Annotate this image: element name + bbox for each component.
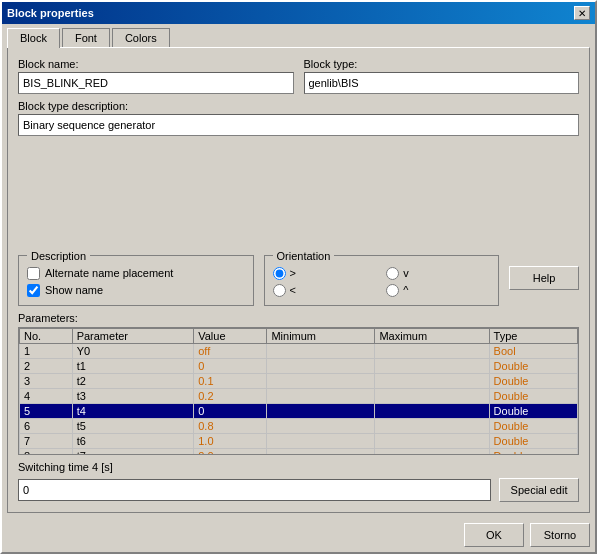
cell-parameter: t7 bbox=[72, 448, 194, 455]
orientation-options: > v < ^ bbox=[273, 267, 491, 297]
alternate-name-label: Alternate name placement bbox=[45, 267, 173, 279]
cell-no: 1 bbox=[20, 343, 73, 358]
cell-maximum bbox=[375, 373, 489, 388]
show-name-row[interactable]: Show name bbox=[27, 284, 245, 297]
cell-value: 0.1 bbox=[194, 373, 267, 388]
storno-button[interactable]: Storno bbox=[530, 523, 590, 547]
cell-parameter: t6 bbox=[72, 433, 194, 448]
switching-row: Special edit bbox=[18, 478, 579, 502]
table-row[interactable]: 2 t1 0 Double bbox=[20, 358, 578, 373]
cell-no: 6 bbox=[20, 418, 73, 433]
block-name-label: Block name: bbox=[18, 58, 294, 70]
cell-parameter: t1 bbox=[72, 358, 194, 373]
cell-minimum bbox=[267, 433, 375, 448]
table-row[interactable]: 4 t3 0.2 Double bbox=[20, 388, 578, 403]
switching-input[interactable] bbox=[18, 479, 491, 501]
title-bar: Block properties ✕ bbox=[2, 2, 595, 24]
cell-value: 0 bbox=[194, 358, 267, 373]
cell-no: 8 bbox=[20, 448, 73, 455]
cell-minimum bbox=[267, 448, 375, 455]
cell-type: Double bbox=[489, 418, 577, 433]
orientation-up-radio[interactable] bbox=[386, 284, 399, 297]
tab-bar: Block Font Colors bbox=[2, 24, 595, 47]
tab-font[interactable]: Font bbox=[62, 28, 110, 47]
cell-type: Double bbox=[489, 388, 577, 403]
cell-value: 0.2 bbox=[194, 388, 267, 403]
cell-value: 2.0 bbox=[194, 448, 267, 455]
cell-type: Double bbox=[489, 358, 577, 373]
table-row[interactable]: 6 t5 0.8 Double bbox=[20, 418, 578, 433]
orientation-right[interactable]: > bbox=[273, 267, 377, 280]
cell-no: 3 bbox=[20, 373, 73, 388]
orientation-down-radio[interactable] bbox=[386, 267, 399, 280]
table-row[interactable]: 5 t4 0 Double bbox=[20, 403, 578, 418]
col-no: No. bbox=[20, 328, 73, 343]
cell-no: 7 bbox=[20, 433, 73, 448]
parameters-table-wrapper[interactable]: No. Parameter Value Minimum Maximum Type… bbox=[18, 327, 579, 456]
cell-minimum bbox=[267, 343, 375, 358]
help-button[interactable]: Help bbox=[509, 266, 579, 290]
cell-type: Double bbox=[489, 373, 577, 388]
cell-maximum bbox=[375, 343, 489, 358]
cell-type: Double bbox=[489, 448, 577, 455]
cell-value: 1.0 bbox=[194, 433, 267, 448]
cell-minimum bbox=[267, 373, 375, 388]
show-name-label: Show name bbox=[45, 284, 103, 296]
cell-value: 0 bbox=[194, 403, 267, 418]
table-row[interactable]: 7 t6 1.0 Double bbox=[20, 433, 578, 448]
cell-minimum bbox=[267, 403, 375, 418]
col-maximum: Maximum bbox=[375, 328, 489, 343]
block-name-input[interactable] bbox=[18, 72, 294, 94]
cell-maximum bbox=[375, 403, 489, 418]
orientation-left-radio[interactable] bbox=[273, 284, 286, 297]
description-legend: Description bbox=[27, 250, 90, 262]
cell-type: Double bbox=[489, 433, 577, 448]
close-button[interactable]: ✕ bbox=[574, 6, 590, 20]
cell-parameter: t5 bbox=[72, 418, 194, 433]
block-type-group: Block type: bbox=[304, 58, 580, 94]
tab-colors[interactable]: Colors bbox=[112, 28, 170, 47]
orientation-left[interactable]: < bbox=[273, 284, 377, 297]
cell-parameter: t2 bbox=[72, 373, 194, 388]
cell-value: 0.8 bbox=[194, 418, 267, 433]
block-properties-dialog: Block properties ✕ Block Font Colors Blo… bbox=[0, 0, 597, 554]
cell-type: Bool bbox=[489, 343, 577, 358]
description-fieldset: Description Alternate name placement Sho… bbox=[18, 250, 254, 306]
ok-button[interactable]: OK bbox=[464, 523, 524, 547]
orientation-fieldset: Orientation > v < bbox=[264, 250, 500, 306]
orientation-legend: Orientation bbox=[273, 250, 335, 262]
cell-minimum bbox=[267, 388, 375, 403]
table-row[interactable]: 3 t2 0.1 Double bbox=[20, 373, 578, 388]
parameters-section: Parameters: No. Parameter Value Minimum … bbox=[18, 312, 579, 456]
block-name-group: Block name: bbox=[18, 58, 294, 94]
alternate-name-row[interactable]: Alternate name placement bbox=[27, 267, 245, 280]
col-minimum: Minimum bbox=[267, 328, 375, 343]
block-type-input[interactable] bbox=[304, 72, 580, 94]
special-edit-button[interactable]: Special edit bbox=[499, 478, 579, 502]
show-name-checkbox[interactable] bbox=[27, 284, 40, 297]
tab-content-block: Block name: Block type: Block type descr… bbox=[7, 47, 590, 513]
description-options: Alternate name placement Show name bbox=[27, 267, 245, 297]
table-row[interactable]: 1 Y0 off Bool bbox=[20, 343, 578, 358]
table-header-row: No. Parameter Value Minimum Maximum Type bbox=[20, 328, 578, 343]
orientation-down[interactable]: v bbox=[386, 267, 490, 280]
cell-value: off bbox=[194, 343, 267, 358]
cell-no: 4 bbox=[20, 388, 73, 403]
fieldsets-row: Description Alternate name placement Sho… bbox=[18, 250, 499, 306]
cell-no: 5 bbox=[20, 403, 73, 418]
col-type: Type bbox=[489, 328, 577, 343]
block-desc-group: Block type description: bbox=[18, 100, 579, 244]
bottom-section: Switching time 4 [s] Special edit bbox=[18, 461, 579, 502]
switching-label: Switching time 4 [s] bbox=[18, 461, 579, 473]
cell-maximum bbox=[375, 448, 489, 455]
orientation-right-radio[interactable] bbox=[273, 267, 286, 280]
cell-type: Double bbox=[489, 403, 577, 418]
block-desc-input[interactable] bbox=[18, 114, 579, 136]
alternate-name-checkbox[interactable] bbox=[27, 267, 40, 280]
orientation-up[interactable]: ^ bbox=[386, 284, 490, 297]
table-row[interactable]: 8 t7 2.0 Double bbox=[20, 448, 578, 455]
cell-maximum bbox=[375, 358, 489, 373]
tab-block[interactable]: Block bbox=[7, 28, 60, 48]
cell-maximum bbox=[375, 418, 489, 433]
cell-minimum bbox=[267, 418, 375, 433]
